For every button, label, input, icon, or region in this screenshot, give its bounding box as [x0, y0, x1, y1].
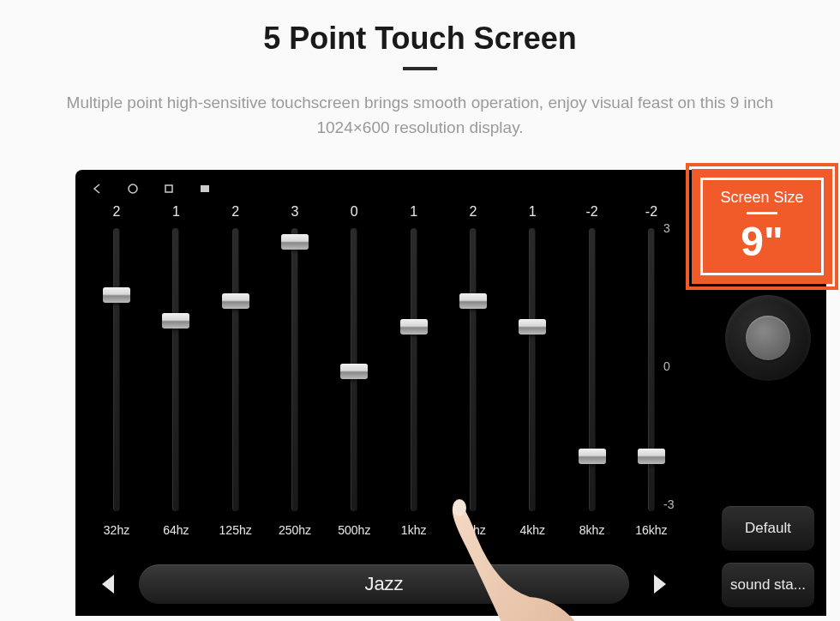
band-freq: 32hz [104, 523, 129, 537]
eq-band: 0500hz [327, 204, 381, 564]
preset-button[interactable]: Jazz [139, 564, 629, 604]
band-freq: 16khz [635, 523, 667, 537]
band-value: 0 [351, 204, 358, 220]
volume-knob[interactable] [725, 295, 811, 381]
default-button[interactable]: Default [722, 506, 814, 551]
band-slider[interactable] [470, 228, 477, 511]
eq-band: 232hz [89, 204, 144, 564]
callout-label: Screen Size [720, 189, 803, 207]
back-icon[interactable] [91, 183, 103, 195]
preset-row: Jazz [84, 564, 684, 604]
eq-scale: 3 0 -3 [663, 225, 689, 508]
callout-divider [747, 212, 777, 214]
band-slider[interactable] [232, 228, 239, 511]
preset-prev-button[interactable] [93, 569, 123, 600]
default-button-label: Default [745, 520, 791, 537]
band-slider[interactable] [291, 228, 298, 511]
scale-mid: 0 [663, 359, 670, 373]
band-value: 1 [410, 204, 417, 220]
svg-point-0 [129, 184, 137, 193]
svg-rect-1 [165, 185, 172, 192]
band-value: 3 [291, 204, 299, 220]
band-freq: 4khz [520, 523, 546, 537]
band-freq: 500hz [338, 523, 370, 537]
title-underline [403, 67, 437, 70]
band-slider[interactable] [172, 228, 179, 511]
slider-thumb[interactable] [340, 364, 368, 379]
sound-stage-button[interactable]: sound sta... [722, 563, 814, 607]
band-value: 2 [231, 204, 239, 220]
scale-max: 3 [663, 221, 670, 235]
gallery-icon[interactable] [199, 183, 211, 195]
sound-stage-label: sound sta... [730, 576, 806, 594]
band-value: -2 [645, 204, 657, 220]
band-slider[interactable] [529, 228, 536, 511]
slider-thumb[interactable] [103, 287, 130, 303]
band-slider[interactable] [113, 228, 120, 511]
band-slider[interactable] [351, 228, 357, 511]
slider-thumb[interactable] [638, 449, 665, 464]
band-slider[interactable] [589, 228, 596, 511]
eq-band: 22khz [446, 204, 501, 564]
volume-knob-inner [746, 316, 790, 360]
preset-next-button[interactable] [645, 569, 675, 600]
eq-band: 14khz [505, 204, 560, 564]
eq-band: 11khz [387, 204, 441, 564]
eq-band: 2125hz [208, 204, 263, 564]
equalizer: 232hz164hz2125hz3250hz0500hz11khz22khz14… [84, 204, 684, 564]
preset-label: Jazz [364, 573, 403, 595]
eq-band: 164hz [148, 204, 203, 564]
eq-band: -28khz [565, 204, 620, 564]
eq-band: 3250hz [267, 204, 322, 564]
band-freq: 64hz [163, 523, 189, 537]
home-icon[interactable] [127, 183, 139, 195]
band-value: 2 [470, 204, 477, 220]
band-freq: 2khz [460, 523, 486, 537]
slider-thumb[interactable] [579, 449, 606, 464]
slider-thumb[interactable] [162, 313, 189, 329]
band-value: 1 [172, 204, 180, 220]
band-value: 2 [113, 204, 121, 220]
slider-thumb[interactable] [281, 234, 309, 250]
slider-thumb[interactable] [459, 293, 487, 309]
band-freq: 250hz [279, 523, 311, 537]
callout-value: 9" [741, 218, 783, 265]
band-value: -2 [586, 204, 598, 220]
slider-thumb[interactable] [400, 319, 428, 335]
band-freq: 1khz [401, 523, 427, 537]
slider-thumb[interactable] [222, 293, 249, 309]
band-value: 1 [529, 204, 537, 220]
band-slider[interactable] [411, 228, 417, 511]
scale-min: -3 [663, 497, 674, 511]
recent-icon[interactable] [163, 183, 175, 195]
slider-thumb[interactable] [519, 319, 546, 335]
page-title: 5 Point Touch Screen [0, 21, 840, 57]
screen-size-callout: Screen Size 9" [694, 172, 830, 281]
band-freq: 125hz [219, 523, 252, 537]
svg-rect-2 [201, 185, 209, 192]
page-subtitle: Multiple point high-sensitive touchscree… [0, 91, 840, 140]
band-slider[interactable] [648, 228, 655, 511]
band-freq: 8khz [579, 523, 605, 537]
